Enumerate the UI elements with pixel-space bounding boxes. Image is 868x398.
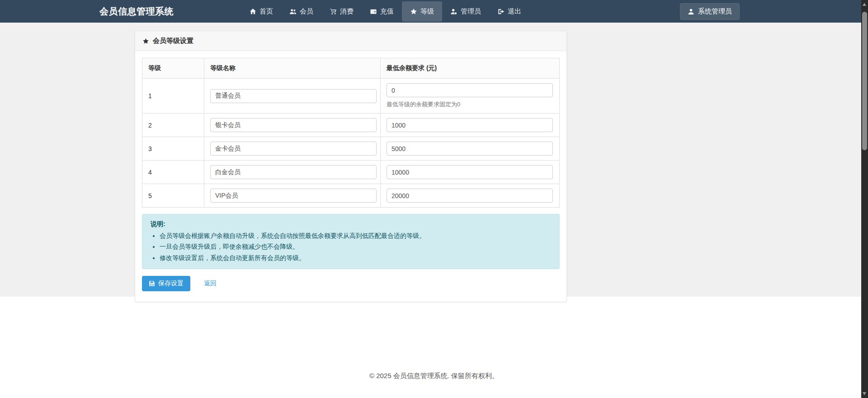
- cart-icon: [330, 8, 337, 15]
- min-balance-input[interactable]: [387, 83, 553, 97]
- nav-label: 退出: [508, 7, 521, 16]
- info-item: 修改等级设置后，系统会自动更新所有会员的等级。: [160, 253, 551, 262]
- credit-card-icon: [370, 8, 377, 15]
- scrollbar-thumb[interactable]: [862, 12, 867, 150]
- level-number: 3: [142, 137, 204, 161]
- admin-user-icon: [450, 8, 458, 15]
- form-actions: 保存设置 返回: [142, 276, 560, 295]
- nav-label: 充值: [380, 7, 394, 16]
- card-title: 会员等级设置: [153, 37, 193, 45]
- main-content: 会员等级设置 等级 等级名称 最低余额要求 (元) 1: [0, 23, 868, 297]
- star-icon: [410, 8, 417, 15]
- current-user-button[interactable]: 系统管理员: [680, 3, 740, 20]
- home-icon: [250, 8, 256, 15]
- card-header: 会员等级设置: [135, 31, 566, 51]
- nav-label: 首页: [259, 7, 273, 16]
- card-body: 等级 等级名称 最低余额要求 (元) 1 最低等级的余额要求固定为0: [135, 51, 566, 302]
- level-number: 5: [142, 184, 204, 208]
- table-header-row: 等级 等级名称 最低余额要求 (元): [142, 58, 560, 79]
- min-balance-note: 最低等级的余额要求固定为0: [387, 100, 553, 109]
- copyright-text: © 2025 会员信息管理系统. 保留所有权利。: [0, 297, 868, 380]
- col-header-min-balance: 最低余额要求 (元): [381, 58, 560, 79]
- info-item: 会员等级会根据账户余额自动升级，系统会自动按照最低余额要求从高到低匹配最合适的等…: [160, 231, 551, 240]
- info-list: 会员等级会根据账户余额自动升级，系统会自动按照最低余额要求从高到低匹配最合适的等…: [160, 231, 551, 262]
- vertical-scrollbar[interactable]: [861, 0, 868, 398]
- levels-table: 等级 等级名称 最低余额要求 (元) 1 最低等级的余额要求固定为0: [142, 58, 560, 208]
- col-header-name: 等级名称: [204, 58, 381, 79]
- star-icon: [142, 38, 149, 44]
- min-balance-input[interactable]: [387, 118, 553, 132]
- col-header-level: 等级: [142, 58, 204, 79]
- level-number: 4: [142, 161, 204, 184]
- table-row: 3: [142, 137, 560, 161]
- min-balance-input[interactable]: [387, 142, 553, 156]
- nav-item-admins[interactable]: 管理员: [442, 1, 489, 22]
- current-user-label: 系统管理员: [698, 7, 732, 16]
- info-title: 说明:: [151, 220, 551, 228]
- scrollbar-up-arrow-icon[interactable]: [863, 3, 866, 6]
- info-item: 一旦会员等级升级后，即使余额减少也不会降级。: [160, 242, 551, 251]
- top-navbar: 会员信息管理系统 首页 会员 消费 充值: [0, 0, 868, 23]
- nav-item-logout[interactable]: 退出: [489, 1, 529, 22]
- nav-label: 管理员: [461, 7, 481, 16]
- nav-item-recharge[interactable]: 充值: [362, 1, 402, 22]
- save-settings-button[interactable]: 保存设置: [142, 276, 190, 291]
- level-name-input[interactable]: [210, 189, 377, 203]
- level-settings-card: 会员等级设置 等级 等级名称 最低余额要求 (元) 1: [135, 31, 567, 302]
- table-row: 5: [142, 184, 560, 208]
- save-icon: [149, 280, 155, 287]
- table-row: 4: [142, 161, 560, 184]
- nav-label: 等级: [420, 7, 434, 16]
- users-icon: [289, 8, 297, 15]
- level-number: 2: [142, 114, 204, 137]
- nav-item-levels[interactable]: 等级: [402, 1, 442, 22]
- table-row: 1 最低等级的余额要求固定为0: [142, 79, 560, 114]
- nav-item-members[interactable]: 会员: [281, 1, 321, 22]
- nav-label: 消费: [340, 7, 354, 16]
- nav-label: 会员: [300, 7, 313, 16]
- save-button-label: 保存设置: [158, 280, 184, 288]
- page-footer: © 2025 会员信息管理系统. 保留所有权利。: [0, 297, 868, 398]
- info-box: 说明: 会员等级会根据账户余额自动升级，系统会自动按照最低余额要求从高到低匹配最…: [142, 214, 560, 269]
- level-name-input[interactable]: [210, 118, 377, 132]
- scrollbar-down-arrow-icon[interactable]: [863, 392, 866, 395]
- table-row: 2: [142, 114, 560, 137]
- level-name-input[interactable]: [210, 142, 377, 156]
- min-balance-input[interactable]: [387, 165, 553, 179]
- min-balance-input[interactable]: [387, 189, 553, 203]
- level-number: 1: [142, 79, 204, 114]
- nav-item-home[interactable]: 首页: [241, 1, 281, 22]
- logout-icon: [497, 8, 505, 15]
- app-brand[interactable]: 会员信息管理系统: [99, 5, 174, 18]
- level-name-input[interactable]: [210, 165, 377, 179]
- nav-item-consumption[interactable]: 消费: [321, 1, 362, 22]
- main-nav: 首页 会员 消费 充值 等级: [241, 0, 529, 23]
- user-icon: [688, 8, 694, 15]
- level-name-input[interactable]: [210, 89, 377, 103]
- back-link[interactable]: 返回: [204, 280, 217, 288]
